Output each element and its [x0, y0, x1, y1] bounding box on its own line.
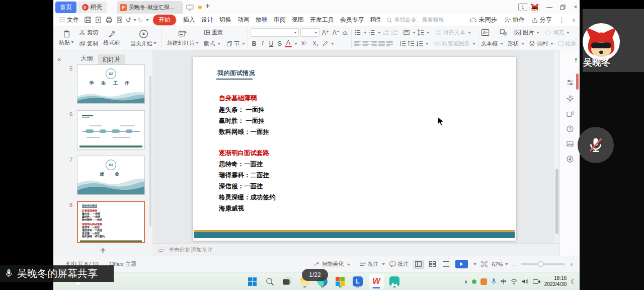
export-pdf-icon[interactable]: [95, 16, 102, 24]
slide-heading-1[interactable]: 自身基础薄弱: [219, 94, 257, 103]
notes-bar[interactable]: 单击此处添加备注: [152, 243, 559, 256]
sync-status-button[interactable]: 未同步: [469, 16, 497, 24]
layout-button[interactable]: 版式 节: [204, 39, 245, 48]
align-center-icon[interactable]: [362, 40, 369, 47]
cut-button[interactable]: 剪切: [79, 28, 98, 37]
ribbon-tab-membership[interactable]: 会员专享: [340, 16, 364, 24]
format-painter-button[interactable]: 格式刷: [101, 30, 122, 46]
slide-title[interactable]: 我的面试情况: [217, 69, 255, 78]
message-badge[interactable]: 1: [518, 3, 527, 11]
meeting-app-button[interactable]: [388, 275, 401, 288]
menu-file[interactable]: 文件: [67, 16, 79, 24]
fit-window-icon[interactable]: [481, 261, 488, 267]
slideshow-play-caret[interactable]: [473, 263, 476, 265]
picture-button[interactable]: 图片: [514, 28, 539, 37]
panel-help-icon[interactable]: [564, 123, 576, 135]
align-text-button[interactable]: 对齐文本: [435, 28, 471, 37]
para-spacing2-icon[interactable]: [408, 40, 415, 47]
outline-button[interactable]: 轮廓: [558, 39, 580, 48]
zoom-in-button[interactable]: +: [570, 260, 574, 268]
wps-office-button[interactable]: W: [369, 274, 384, 289]
decrease-indent-icon[interactable]: [382, 29, 389, 36]
sidebar-scrollbar[interactable]: [149, 76, 151, 227]
arrange-button[interactable]: 排列: [529, 39, 553, 48]
reading-view-button[interactable]: [442, 260, 451, 268]
clock[interactable]: 18:16 2022/4/30: [544, 275, 567, 287]
slide-thumbnail-7[interactable]: 03 就 业: [77, 156, 145, 195]
tab-docer[interactable]: D 稻壳: [77, 2, 107, 13]
slide-thumbnail-8-selected[interactable]: 我的面试情况 自身基础薄弱 趣头条： 一面挂 赢时胜： 一面挂 数科网维：一面挂…: [77, 201, 145, 243]
start-button[interactable]: [246, 275, 259, 288]
increase-indent-icon[interactable]: [391, 29, 398, 36]
font-size-select[interactable]: [300, 28, 319, 37]
task-view-button[interactable]: [281, 275, 294, 288]
tab-outline[interactable]: 大纲: [81, 54, 93, 65]
ribbon-tab-design[interactable]: 设计: [201, 16, 213, 24]
distribute-icon[interactable]: [386, 40, 393, 47]
slide-heading-2[interactable]: 逐渐明白面试套路: [219, 149, 269, 158]
to-smartart-button[interactable]: 转智能图形: [434, 39, 475, 48]
ribbon-tab-view[interactable]: 视图: [292, 16, 304, 24]
undo-caret[interactable]: [133, 19, 136, 21]
tray-app-icon[interactable]: [480, 278, 487, 285]
volume-icon[interactable]: [522, 278, 529, 284]
ribbon-tab-transition[interactable]: 切换: [219, 16, 231, 24]
panel-more-icon[interactable]: ···: [567, 246, 574, 252]
new-slide-button[interactable]: 新建幻灯片: [165, 30, 201, 47]
share-button[interactable]: 分享: [532, 16, 552, 24]
zoom-slider-knob[interactable]: [538, 261, 543, 267]
font-color-button[interactable]: A: [285, 40, 292, 47]
numbered-list-icon[interactable]: [368, 29, 375, 36]
collab-button[interactable]: 协作: [504, 16, 525, 24]
slide-line[interactable]: 瑞得霖科：二面挂: [219, 171, 269, 180]
align-left-icon[interactable]: [354, 40, 361, 47]
command-search[interactable]: 查找命令、搜索模板: [386, 16, 444, 24]
para-spacing-icon[interactable]: [399, 40, 406, 47]
smart-beautify-button[interactable]: 智能美化: [313, 260, 350, 268]
bold-button[interactable]: B: [251, 40, 258, 47]
add-slide-button[interactable]: +: [53, 245, 152, 256]
justify-icon[interactable]: [378, 40, 385, 47]
cast-screen-icon[interactable]: [186, 4, 194, 13]
pc-manager-button[interactable]: L: [351, 275, 364, 288]
moon-icon[interactable]: ☾: [571, 278, 577, 285]
ribbon-tab-devtools[interactable]: 开发工具: [310, 16, 334, 24]
tray-expand-icon[interactable]: ∧: [464, 279, 468, 284]
strikethrough-button[interactable]: S: [276, 40, 283, 47]
bullet-list-icon[interactable]: [354, 29, 361, 36]
subscript-button[interactable]: X₂: [310, 41, 320, 46]
panel-tools-icon[interactable]: [564, 153, 576, 165]
new-tab-button[interactable]: +: [205, 2, 210, 11]
camera-icon[interactable]: [533, 279, 540, 284]
normal-view-button[interactable]: [414, 260, 424, 269]
grow-font-button[interactable]: A⁺: [321, 29, 330, 36]
panel-properties-icon[interactable]: [564, 77, 576, 89]
ribbon-tab-docer-res[interactable]: 稻壳资源: [370, 16, 380, 24]
slide-sorter-view-button[interactable]: [428, 260, 437, 268]
mute-toggle-button[interactable]: [578, 127, 614, 163]
minimize-button[interactable]: —: [544, 3, 554, 11]
slide-line[interactable]: 赢时胜： 一面挂: [219, 117, 265, 125]
play-from-current-button[interactable]: 当页开始: [128, 29, 159, 47]
paste-button[interactable]: 粘贴: [56, 30, 76, 46]
slide-thumbnail-5[interactable]: 02 学 生 工 作: [77, 64, 145, 104]
close-button[interactable]: ×: [571, 3, 580, 11]
tab-home[interactable]: 首页: [55, 2, 76, 13]
slide-canvas[interactable]: 我的面试情况 自身基础薄弱 趣头条： 一面挂 赢时胜： 一面挂 数科网维：一面挂…: [193, 57, 516, 241]
main-scrollbar-thumb[interactable]: [555, 169, 558, 234]
ribbon-tab-home[interactable]: 开始: [153, 15, 176, 25]
panel-effects-icon[interactable]: [564, 93, 576, 105]
slide-thumbnail-6[interactable]: [77, 110, 145, 150]
italic-button[interactable]: I: [259, 40, 266, 47]
print-icon[interactable]: [105, 16, 113, 24]
panel-media-icon[interactable]: [564, 138, 576, 150]
textbox-button[interactable]: 文本框: [481, 39, 503, 48]
copy-button[interactable]: 复制: [79, 39, 98, 48]
fill-button[interactable]: 填充: [545, 28, 570, 37]
slide-line[interactable]: 趣头条： 一面挂: [219, 106, 265, 114]
comments-button[interactable]: 批注: [389, 260, 409, 268]
slide-line[interactable]: 格灵深瞳：成功签约: [219, 193, 276, 202]
ribbon-tab-slideshow[interactable]: 放映: [256, 16, 268, 24]
slide-line[interactable]: 深信服：一面挂: [219, 182, 263, 191]
search-taskbar-button[interactable]: [263, 275, 276, 288]
